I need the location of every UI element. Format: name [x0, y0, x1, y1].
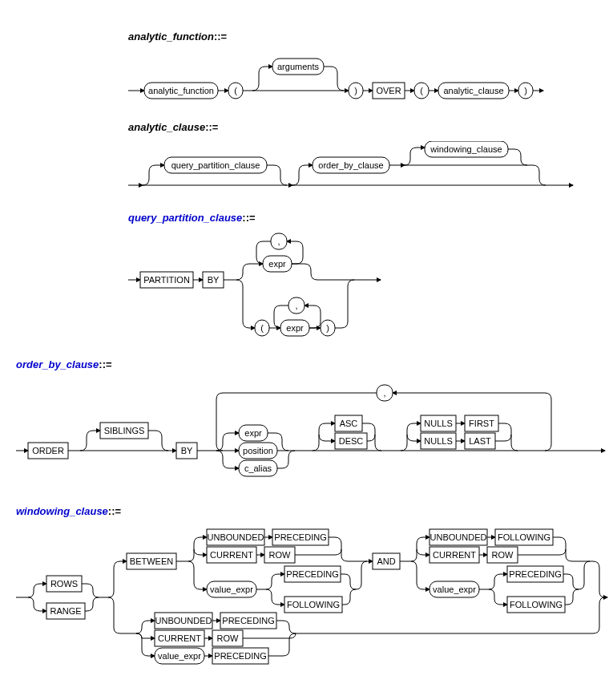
rule-name: analytic_clause — [128, 121, 205, 133]
token-expr: expr — [268, 259, 286, 269]
token-range: RANGE — [50, 606, 81, 616]
token-following: FOLLOWING — [287, 600, 340, 609]
token-row: ROW — [269, 550, 292, 560]
token-first: FIRST — [469, 419, 494, 428]
token-lparen: ( — [234, 86, 237, 95]
rule-suffix: ::= — [108, 505, 121, 517]
token-siblings: SIBLINGS — [104, 426, 145, 435]
token-current: CURRENT — [210, 550, 253, 560]
diagram-query-partition-clause: PARTITION BY expr , ( expr , ) — [128, 232, 613, 344]
token-following-2: FOLLOWING — [498, 532, 550, 542]
token-lparen-3: ( — [260, 323, 264, 333]
token-order-by-clause: order_by_clause — [318, 160, 383, 170]
token-and: AND — [377, 556, 395, 566]
token-partition: PARTITION — [143, 275, 190, 285]
rule-title-query-partition-clause[interactable]: query_partition_clause::= — [128, 212, 613, 224]
rule-name: windowing_clause — [16, 505, 108, 517]
rule-suffix: ::= — [214, 30, 227, 42]
token-nulls: NULLS — [424, 419, 452, 428]
rule-title-order-by-clause[interactable]: order_by_clause::= — [16, 358, 613, 370]
token-unbounded-2: UNBOUNDED — [430, 532, 487, 542]
token-unbounded-3: UNBOUNDED — [155, 616, 212, 625]
token-unbounded: UNBOUNDED — [208, 532, 264, 542]
token-arguments: arguments — [277, 62, 319, 71]
token-analytic-function: analytic_function — [148, 86, 214, 95]
token-comma-3: , — [383, 388, 385, 398]
rule-suffix: ::= — [242, 212, 255, 224]
token-windowing-clause: windowing_clause — [430, 144, 502, 154]
token-following-3: FOLLOWING — [510, 600, 563, 609]
token-last: LAST — [469, 436, 491, 446]
token-query-partition-clause: query_partition_clause — [171, 160, 260, 170]
token-preceding-3: PRECEDING — [509, 569, 561, 579]
token-rparen: ) — [354, 86, 357, 95]
token-current-3: CURRENT — [158, 633, 201, 643]
token-rows: ROWS — [50, 579, 78, 589]
token-over: OVER — [376, 86, 401, 95]
token-rparen-3: ) — [326, 323, 329, 333]
token-lparen-2: ( — [420, 86, 423, 95]
token-by: BY — [208, 275, 220, 285]
token-row-3: ROW — [217, 633, 240, 643]
token-position: position — [243, 446, 273, 455]
rule-suffix: ::= — [205, 121, 218, 133]
token-order: ORDER — [32, 446, 64, 455]
token-preceding: PRECEDING — [274, 532, 326, 542]
diagram-order-by-clause: ORDER SIBLINGS BY expr position c_alias … — [16, 378, 613, 491]
rule-name: analytic_function — [128, 30, 214, 42]
token-analytic-clause: analytic_clause — [443, 86, 503, 95]
token-asc: ASC — [340, 419, 358, 428]
token-value-expr-2: value_expr — [433, 585, 476, 594]
rule-title-analytic-function: analytic_function::= — [128, 30, 613, 42]
token-nulls-2: NULLS — [424, 436, 452, 446]
token-rparen-2: ) — [524, 86, 527, 95]
token-current-2: CURRENT — [433, 550, 476, 560]
token-comma-2: , — [295, 301, 297, 310]
token-value-expr-3: value_expr — [158, 651, 201, 661]
rule-name: query_partition_clause — [128, 212, 242, 224]
diagram-analytic-function: analytic_function ( arguments ) OVER ( a… — [128, 51, 613, 107]
diagram-analytic-clause: query_partition_clause order_by_clause w… — [128, 141, 613, 197]
diagram-windowing-clause: ROWS RANGE BETWEEN UNBOUNDED PRECEDING C… — [16, 525, 613, 686]
rule-title-analytic-clause: analytic_clause::= — [128, 121, 613, 133]
token-desc: DESC — [339, 436, 364, 446]
rule-suffix: ::= — [99, 358, 111, 370]
rule-name: order_by_clause — [16, 358, 99, 370]
token-comma: , — [277, 237, 280, 246]
token-preceding-2: PRECEDING — [286, 569, 338, 579]
rule-title-windowing-clause[interactable]: windowing_clause::= — [16, 505, 613, 517]
token-by-2: BY — [181, 446, 193, 455]
token-value-expr: value_expr — [210, 585, 253, 594]
token-expr-3: expr — [244, 428, 262, 438]
token-preceding-4: PRECEDING — [222, 616, 274, 625]
token-row-2: ROW — [492, 550, 514, 560]
token-between: BETWEEN — [130, 556, 173, 566]
token-expr-2: expr — [286, 323, 304, 333]
token-c-alias: c_alias — [244, 463, 272, 473]
token-preceding-5: PRECEDING — [214, 651, 266, 661]
